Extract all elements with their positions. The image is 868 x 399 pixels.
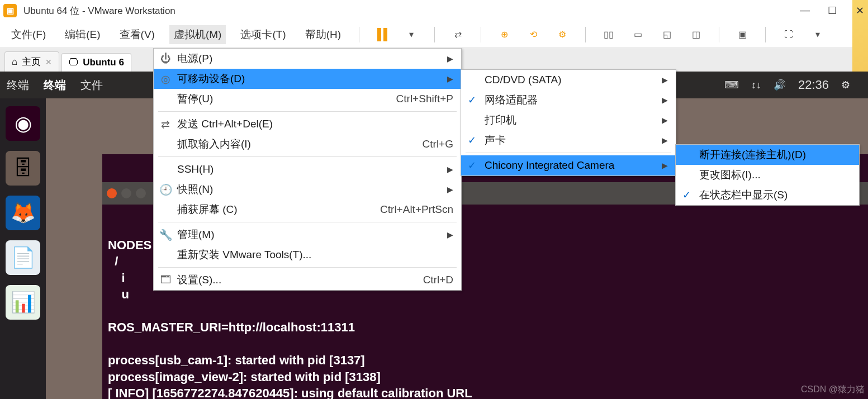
menu-ssh[interactable]: SSH(H)▶ bbox=[154, 159, 461, 179]
menu-grab-input[interactable]: 抓取输入内容(I)Ctrl+G bbox=[154, 134, 461, 154]
maximize-icon[interactable] bbox=[136, 188, 146, 198]
volume-icon[interactable]: 🔊 bbox=[774, 79, 786, 91]
console-icon[interactable]: ▣ bbox=[733, 25, 752, 44]
disc-icon: ◎ bbox=[159, 73, 172, 86]
ubuntu-indicators: ⌨ ↕↓ 🔊 22:36 ⚙ bbox=[724, 72, 850, 98]
device-cddvd[interactable]: CD/DVD (SATA)▶ bbox=[461, 70, 676, 90]
ubuntu-app-term1[interactable]: 终端 bbox=[7, 78, 29, 93]
camera-change-icon[interactable]: 更改图标(I)... bbox=[676, 165, 859, 185]
menu-file[interactable]: 文件(F) bbox=[7, 25, 50, 44]
minimize-button[interactable]: — bbox=[800, 4, 808, 12]
dropdown-icon[interactable]: ▾ bbox=[402, 25, 421, 44]
separator bbox=[434, 27, 435, 42]
menu-snapshot[interactable]: 🕘快照(N)▶ bbox=[154, 179, 461, 200]
device-network[interactable]: ✓网络适配器▶ bbox=[461, 90, 676, 110]
title-bar: ▣ Ubuntu 64 位 - VMware Workstation — ☐ ✕ bbox=[0, 0, 868, 21]
menu-view[interactable]: 查看(V) bbox=[115, 25, 159, 44]
tab-vm[interactable]: 🖵 Ubuntu 6 bbox=[61, 53, 131, 72]
send-input-icon[interactable]: ⇄ bbox=[448, 25, 467, 44]
vm-dropdown-menu: ⏻电源(P)▶ ◎可移动设备(D)▶ 暂停(U)Ctrl+Shift+P ⇄发送… bbox=[153, 48, 462, 291]
separator bbox=[585, 27, 586, 42]
camera-submenu: 断开连接(连接主机)(D) 更改图标(I)... ✓在状态栏中显示(S) bbox=[675, 144, 860, 206]
separator bbox=[481, 27, 481, 42]
pause-button[interactable] bbox=[373, 25, 392, 44]
removable-devices-submenu: CD/DVD (SATA)▶ ✓网络适配器▶ 打印机▶ ✓声卡▶ ✓Chicon… bbox=[461, 69, 676, 176]
minimize-icon[interactable] bbox=[121, 188, 131, 198]
menu-power[interactable]: ⏻电源(P)▶ bbox=[154, 49, 461, 69]
device-camera[interactable]: ✓Chicony Integrated Camera▶ bbox=[461, 155, 676, 175]
check-icon: ✓ bbox=[468, 159, 476, 172]
snapshot-manage-icon[interactable]: ⚙ bbox=[553, 25, 572, 44]
dock-writer-icon[interactable]: 📄 bbox=[6, 240, 40, 275]
check-icon: ✓ bbox=[468, 94, 476, 106]
menu-vm[interactable]: 虚拟机(M) bbox=[169, 25, 226, 44]
view-stretch-icon[interactable]: ◫ bbox=[686, 25, 705, 44]
view-thumb-icon[interactable]: ▭ bbox=[628, 25, 647, 44]
snapshot-take-icon[interactable]: ⊕ bbox=[495, 25, 514, 44]
home-icon: ⌂ bbox=[12, 56, 17, 68]
power-icon: ⏻ bbox=[159, 53, 172, 65]
ubuntu-app-term2[interactable]: 终端 bbox=[44, 78, 66, 93]
menu-settings[interactable]: 🗔设置(S)...Ctrl+D bbox=[154, 270, 461, 290]
separator bbox=[765, 27, 766, 42]
vmware-app-icon: ▣ bbox=[3, 4, 17, 17]
separator bbox=[158, 156, 457, 157]
menu-tabs[interactable]: 选项卡(T) bbox=[236, 25, 290, 44]
tab-home[interactable]: ⌂ 主页 ✕ bbox=[4, 51, 59, 72]
maximize-button[interactable]: ☐ bbox=[828, 4, 836, 12]
tab-home-label: 主页 bbox=[22, 55, 41, 68]
check-icon: ✓ bbox=[682, 189, 691, 201]
menu-reinstall-tools[interactable]: 重新安装 VMware Tools(T)... bbox=[154, 245, 461, 265]
close-button[interactable]: ✕ bbox=[856, 4, 864, 12]
window-title: Ubuntu 64 位 - VMware Workstation bbox=[23, 4, 176, 17]
camera-show-status[interactable]: ✓在状态栏中显示(S) bbox=[676, 185, 859, 205]
snapshot-revert-icon[interactable]: ⟲ bbox=[524, 25, 543, 44]
close-icon[interactable] bbox=[107, 188, 117, 198]
fullscreen-icon[interactable]: ⛶ bbox=[779, 25, 798, 44]
device-sound[interactable]: ✓声卡▶ bbox=[461, 130, 676, 150]
ubuntu-app-files[interactable]: 文件 bbox=[80, 78, 103, 93]
separator bbox=[158, 222, 457, 222]
tab-vm-label: Ubuntu 6 bbox=[83, 57, 124, 68]
device-printer[interactable]: 打印机▶ bbox=[461, 110, 676, 130]
separator bbox=[466, 153, 671, 153]
menu-help[interactable]: 帮助(H) bbox=[301, 25, 345, 44]
dock-dash-icon[interactable]: ◉ bbox=[6, 106, 40, 141]
dropdown-icon[interactable]: ▾ bbox=[808, 25, 827, 44]
menu-removable-devices[interactable]: ◎可移动设备(D)▶ bbox=[154, 69, 461, 89]
check-icon: ✓ bbox=[468, 134, 476, 146]
vm-icon: 🖵 bbox=[69, 57, 78, 68]
view-unity-icon[interactable]: ◱ bbox=[657, 25, 676, 44]
watermark: CSDN @猿力猪 bbox=[801, 384, 865, 396]
settings-icon: 🗔 bbox=[159, 274, 172, 286]
view-single-icon[interactable]: ▯▯ bbox=[599, 25, 618, 44]
separator bbox=[359, 27, 359, 42]
menu-send-cad[interactable]: ⇄发送 Ctrl+Alt+Del(E) bbox=[154, 114, 461, 134]
keyboard-icon[interactable]: ⌨ bbox=[724, 79, 739, 91]
gear-icon[interactable]: ⚙ bbox=[841, 79, 850, 91]
menu-edit[interactable]: 编辑(E) bbox=[60, 25, 105, 44]
dock-files-icon[interactable]: 🗄 bbox=[6, 151, 40, 186]
dock-calc-icon[interactable]: 📊 bbox=[6, 285, 40, 320]
menu-capture[interactable]: 捕获屏幕 (C)Ctrl+Alt+PrtScn bbox=[154, 200, 461, 220]
send-icon: ⇄ bbox=[159, 118, 172, 131]
snapshot-icon: 🕘 bbox=[159, 183, 172, 196]
ubuntu-dock: ◉ 🗄 🦊 📄 📊 bbox=[0, 98, 46, 399]
menu-manage[interactable]: 🔧管理(M)▶ bbox=[154, 225, 461, 245]
network-icon[interactable]: ↕↓ bbox=[751, 79, 761, 91]
close-icon[interactable]: ✕ bbox=[45, 58, 52, 66]
time-text[interactable]: 22:36 bbox=[798, 78, 829, 92]
dock-firefox-icon[interactable]: 🦊 bbox=[6, 196, 40, 230]
separator bbox=[719, 27, 719, 42]
camera-disconnect[interactable]: 断开连接(连接主机)(D) bbox=[676, 145, 859, 165]
separator bbox=[158, 111, 457, 112]
menu-bar: 文件(F) 编辑(E) 查看(V) 虚拟机(M) 选项卡(T) 帮助(H) ▾ … bbox=[0, 21, 868, 48]
menu-suspend[interactable]: 暂停(U)Ctrl+Shift+P bbox=[154, 89, 461, 109]
wrench-icon: 🔧 bbox=[159, 229, 172, 241]
separator bbox=[158, 267, 457, 268]
